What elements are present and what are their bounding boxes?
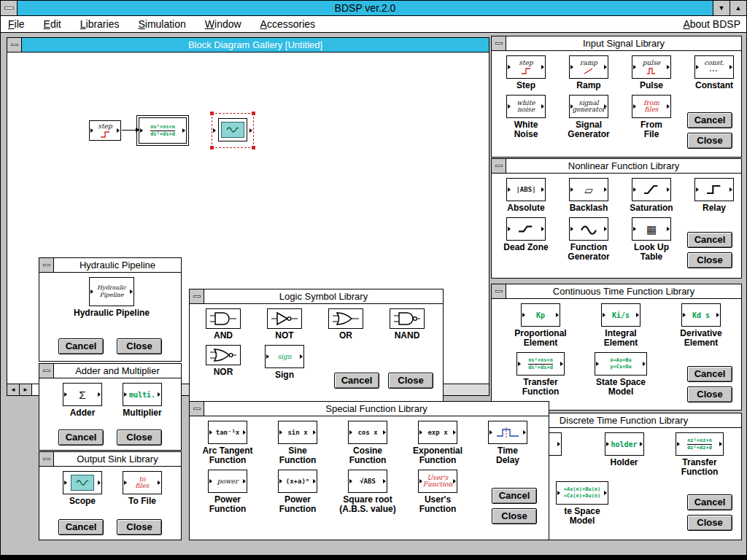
library-block-sign[interactable]: signSign bbox=[254, 345, 315, 380]
menu-window[interactable]: Window bbox=[205, 18, 241, 30]
library-block-adder[interactable]: ΣAdder bbox=[53, 383, 112, 418]
library-block-derivative-element[interactable]: Kd sDerivativeElement bbox=[661, 303, 741, 348]
menu-simulation[interactable]: Simulation bbox=[138, 18, 185, 30]
selection-handle[interactable] bbox=[210, 112, 214, 115]
adder-cancel-button[interactable]: Cancel bbox=[58, 429, 104, 446]
scroll-right-button[interactable]: ► bbox=[20, 384, 32, 395]
continuous-cancel-button[interactable]: Cancel bbox=[687, 366, 732, 382]
scroll-left-button[interactable]: ◄ bbox=[7, 384, 20, 395]
adder-system-menu-button[interactable] bbox=[39, 364, 54, 378]
library-block-signal-generator[interactable]: signalgeneratorSignalGenerator bbox=[557, 95, 620, 139]
library-block-from-file[interactable]: fromfilesFromFile bbox=[620, 95, 683, 139]
library-block-user-s-function[interactable]: User'sFunctionUser'sFunction bbox=[403, 470, 473, 514]
adder-titlebar[interactable]: Adder and Multiplier bbox=[39, 364, 181, 378]
library-block-transfer-function[interactable]: ns²+ns+nds²+ds+dTransferFunction bbox=[500, 352, 581, 397]
continuous-system-menu-button[interactable] bbox=[492, 284, 506, 298]
library-block-time-delay[interactable]: TimeDelay bbox=[473, 421, 543, 465]
output-close-button[interactable]: Close bbox=[117, 519, 162, 535]
library-block-white-noise[interactable]: whitenoiseWhiteNoise bbox=[495, 95, 557, 139]
library-block-saturation[interactable]: Saturation bbox=[620, 178, 683, 213]
library-block-power-function[interactable]: (x+a)ⁿPowerFunction bbox=[263, 470, 333, 514]
gallery-titlebar[interactable]: Block Diagram Gallery [Untitled] bbox=[7, 38, 489, 52]
menu-accessories[interactable]: Accessories bbox=[260, 18, 315, 30]
library-block-backlash[interactable]: ▱Backlash bbox=[557, 178, 620, 213]
library-block-absolute[interactable]: |ABS|Absolute bbox=[495, 178, 557, 213]
library-block-arc-tangent-function[interactable]: tan⁻¹xArc TangentFunction bbox=[193, 421, 263, 465]
library-block-square-root-a-b-s-value[interactable]: √ABSSquare root(A.B.S. value) bbox=[333, 470, 403, 514]
logic-titlebar[interactable]: Logic Symbol Library bbox=[190, 289, 443, 304]
library-block-step[interactable]: stepStep bbox=[495, 55, 557, 90]
nonlinear-titlebar[interactable]: Nonlinear Function Library bbox=[492, 159, 741, 174]
maximize-button[interactable]: ▲ bbox=[729, 1, 746, 15]
app-titlebar[interactable]: BDSP ver.2.0 ▼ ▲ bbox=[1, 1, 746, 16]
system-menu-button[interactable] bbox=[1, 1, 18, 15]
special-system-menu-button[interactable] bbox=[190, 402, 204, 416]
library-block-exponential-function[interactable]: exp xExponentialFunction bbox=[403, 421, 473, 465]
library-block-constant[interactable]: const.Constant bbox=[683, 55, 741, 90]
library-block-function-generator[interactable]: FunctionGenerator bbox=[557, 217, 620, 262]
special-cancel-button[interactable]: Cancel bbox=[492, 488, 537, 504]
menu-edit[interactable]: Edit bbox=[44, 18, 61, 30]
canvas-block-transfer-function[interactable]: ns²+ns+nds²+ds+d bbox=[139, 117, 187, 144]
library-block-pulse[interactable]: pulsePulse bbox=[620, 55, 683, 90]
nonlinear-cancel-button[interactable]: Cancel bbox=[687, 232, 732, 248]
library-block-holder[interactable]: holderHolder bbox=[589, 432, 659, 477]
discrete-cancel-button[interactable]: Cancel bbox=[687, 494, 732, 510]
library-block-scope[interactable]: Scope bbox=[53, 471, 112, 506]
input-system-menu-button[interactable] bbox=[492, 36, 506, 50]
selection-handle[interactable] bbox=[210, 146, 214, 149]
nonlinear-close-button[interactable]: Close bbox=[687, 252, 732, 268]
adder-close-button[interactable]: Close bbox=[117, 429, 162, 446]
library-block-proportional-element[interactable]: KpProportionalElement bbox=[500, 303, 581, 348]
library-block-cosine-function[interactable]: cos xCosineFunction bbox=[333, 421, 403, 465]
menu-file[interactable]: File bbox=[8, 18, 25, 30]
input-titlebar[interactable]: Input Signal Library bbox=[492, 36, 741, 51]
selection-handle[interactable] bbox=[252, 112, 255, 115]
library-block-ramp[interactable]: rampRamp bbox=[557, 55, 620, 90]
library-block-state-space-model[interactable]: ẋ=Ax+Buy=Cx+DuState SpaceModel bbox=[581, 352, 661, 397]
library-block-dead-zone[interactable]: Dead Zone bbox=[495, 217, 557, 262]
canvas-block-scope[interactable] bbox=[218, 118, 247, 141]
input-cancel-button[interactable]: Cancel bbox=[687, 112, 732, 128]
library-block-hydraulic-pipeline[interactable]: HydraulicPipelineHydraulic Pipeline bbox=[53, 277, 170, 318]
library-block-transfer-function[interactable]: nz²+nz+ndz²+dz+dTransferFunction bbox=[659, 432, 740, 477]
input-close-button[interactable]: Close bbox=[687, 133, 732, 149]
library-block-or[interactable]: OR bbox=[315, 308, 376, 341]
logic-close-button[interactable]: Close bbox=[388, 373, 433, 389]
output-cancel-button[interactable]: Cancel bbox=[58, 519, 104, 535]
library-block-to-file[interactable]: tofilesTo File bbox=[112, 471, 172, 506]
hydraulic-close-button[interactable]: Close bbox=[117, 338, 162, 354]
hydraulic-system-menu-button[interactable] bbox=[39, 258, 54, 272]
minimize-button[interactable]: ▼ bbox=[713, 1, 729, 15]
nor-icon bbox=[206, 345, 241, 365]
library-block-look-up-table[interactable]: ▦Look UpTable bbox=[620, 217, 683, 262]
logic-cancel-button[interactable]: Cancel bbox=[334, 373, 379, 389]
window-nonlinear: Nonlinear Function Library|ABS|Absolute▱… bbox=[491, 158, 742, 279]
discrete-close-button[interactable]: Close bbox=[687, 515, 732, 531]
canvas-block-step-source[interactable]: step bbox=[89, 120, 121, 141]
library-block-nor[interactable]: NOR bbox=[193, 345, 254, 380]
library-block-and[interactable]: AND bbox=[193, 308, 254, 341]
library-block-nand[interactable]: NAND bbox=[376, 308, 438, 341]
menu-libraries[interactable]: Libraries bbox=[80, 18, 120, 30]
library-block-not[interactable]: NOT bbox=[254, 308, 315, 341]
hydraulic-cancel-button[interactable]: Cancel bbox=[58, 338, 104, 354]
continuous-titlebar[interactable]: Continuous Time Function Library bbox=[492, 284, 741, 299]
logic-system-menu-button[interactable] bbox=[190, 289, 204, 303]
output-system-menu-button[interactable] bbox=[39, 452, 54, 466]
library-block-sine-function[interactable]: sin xSineFunction bbox=[263, 421, 333, 465]
library-block-relay[interactable]: Relay bbox=[683, 178, 741, 213]
nonlinear-system-menu-button[interactable] bbox=[492, 159, 506, 173]
library-block-integral-element[interactable]: Ki/sIntegralElement bbox=[581, 303, 661, 348]
library-block-multiplier[interactable]: multi.Multiplier bbox=[112, 383, 172, 418]
selection-marquee[interactable] bbox=[212, 113, 254, 148]
gallery-system-menu-button[interactable] bbox=[7, 38, 22, 52]
special-close-button[interactable]: Close bbox=[492, 508, 537, 524]
continuous-close-button[interactable]: Close bbox=[687, 386, 732, 402]
menu-about-bdsp[interactable]: About BDSP bbox=[683, 18, 740, 30]
hydraulic-titlebar[interactable]: Hydraulic Pipeline bbox=[39, 258, 181, 273]
special-titlebar[interactable]: Special Function Library bbox=[190, 402, 549, 416]
output-titlebar[interactable]: Output Sink Library bbox=[39, 452, 181, 467]
library-block-power-function[interactable]: powerPowerFunction bbox=[193, 470, 263, 514]
selection-handle[interactable] bbox=[252, 146, 255, 149]
